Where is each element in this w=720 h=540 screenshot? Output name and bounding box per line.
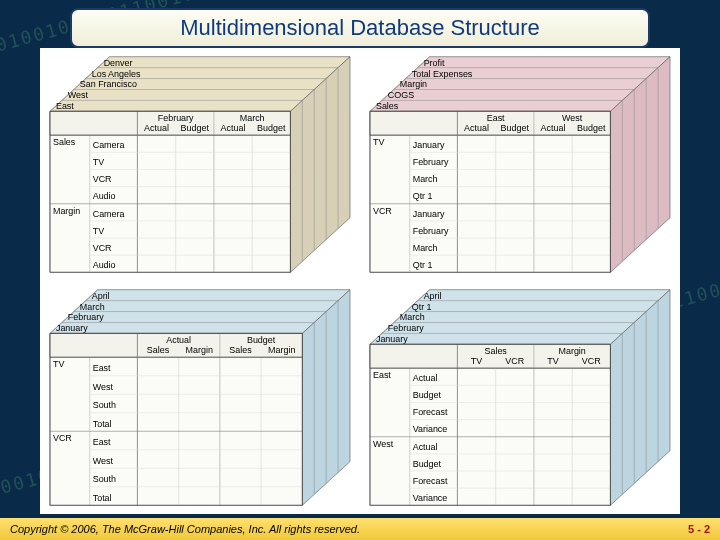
svg-text:East: East — [56, 101, 74, 111]
svg-text:Total: Total — [93, 493, 112, 503]
svg-text:East: East — [373, 370, 391, 380]
svg-text:Actual: Actual — [413, 373, 438, 383]
svg-text:VCR: VCR — [93, 174, 112, 184]
svg-text:February: February — [158, 113, 194, 123]
svg-text:Budget: Budget — [577, 123, 606, 133]
svg-text:TV: TV — [373, 137, 384, 147]
svg-text:Budget: Budget — [413, 459, 442, 469]
svg-text:April: April — [92, 291, 110, 301]
svg-text:Los Angeles: Los Angeles — [92, 69, 141, 79]
svg-text:West: West — [562, 113, 583, 123]
svg-text:January: January — [56, 323, 88, 333]
svg-text:Actual: Actual — [144, 123, 169, 133]
svg-text:Sales: Sales — [147, 345, 170, 355]
svg-text:VCR: VCR — [53, 433, 72, 443]
svg-text:San Francisco: San Francisco — [80, 80, 137, 90]
cube-svg: AprilMarchFebruaryJanuaryActualSalesMarg… — [46, 285, 354, 510]
svg-text:Sales: Sales — [229, 345, 252, 355]
svg-text:March: March — [413, 174, 438, 184]
svg-text:February: February — [413, 226, 449, 236]
svg-text:Total Expenses: Total Expenses — [412, 69, 473, 79]
diagram-canvas: DenverLos AngelesSan FranciscoWestEastFe… — [40, 48, 680, 514]
svg-text:Audio: Audio — [93, 191, 116, 201]
svg-text:Actual: Actual — [413, 442, 438, 452]
svg-text:VCR: VCR — [373, 206, 392, 216]
svg-text:Budget: Budget — [413, 390, 442, 400]
svg-text:Actual: Actual — [464, 123, 489, 133]
svg-text:Margin: Margin — [400, 80, 427, 90]
svg-text:South: South — [93, 400, 116, 410]
svg-text:Variance: Variance — [413, 493, 448, 503]
cube-svg: AprilQtr 1MarchFebruaryJanuarySalesTVVCR… — [366, 285, 674, 510]
copyright-text: Copyright © 2006, The McGraw-Hill Compan… — [10, 523, 360, 535]
svg-text:Margin: Margin — [186, 345, 213, 355]
page-title: Multidimensional Database Structure — [70, 8, 650, 48]
svg-text:January: January — [413, 209, 445, 219]
svg-text:January: January — [376, 334, 408, 344]
svg-text:Margin: Margin — [268, 345, 295, 355]
svg-text:Margin: Margin — [53, 206, 80, 216]
svg-text:Actual: Actual — [166, 335, 191, 345]
cube-bottom-right: AprilQtr 1MarchFebruaryJanuarySalesTVVCR… — [360, 281, 680, 514]
svg-text:Forecast: Forecast — [413, 407, 448, 417]
svg-marker-127 — [50, 333, 302, 505]
svg-text:February: February — [413, 157, 449, 167]
svg-text:Camera: Camera — [93, 209, 125, 219]
svg-text:Actual: Actual — [541, 123, 566, 133]
svg-text:Budget: Budget — [501, 123, 530, 133]
svg-text:Qtr 1: Qtr 1 — [413, 191, 433, 201]
svg-text:TV: TV — [53, 359, 64, 369]
svg-text:Variance: Variance — [413, 424, 448, 434]
svg-text:West: West — [373, 439, 394, 449]
svg-text:TV: TV — [547, 356, 558, 366]
svg-text:VCR: VCR — [582, 356, 601, 366]
svg-text:South: South — [93, 474, 116, 484]
footer-bar: Copyright © 2006, The McGraw-Hill Compan… — [0, 518, 720, 540]
svg-text:VCR: VCR — [93, 243, 112, 253]
svg-text:Budget: Budget — [247, 335, 276, 345]
svg-text:West: West — [93, 382, 114, 392]
svg-text:West: West — [93, 456, 114, 466]
svg-text:TV: TV — [93, 157, 104, 167]
svg-text:February: February — [68, 313, 104, 323]
cube-bottom-left: AprilMarchFebruaryJanuaryActualSalesMarg… — [40, 281, 360, 514]
svg-text:Qtr 1: Qtr 1 — [412, 302, 432, 312]
svg-text:Profit: Profit — [424, 58, 445, 68]
cube-top-left: DenverLos AngelesSan FranciscoWestEastFe… — [40, 48, 360, 281]
svg-text:Budget: Budget — [181, 123, 210, 133]
svg-text:March: March — [80, 302, 105, 312]
svg-text:Sales: Sales — [53, 137, 76, 147]
svg-text:Budget: Budget — [257, 123, 286, 133]
page-number: 5 - 2 — [688, 523, 710, 535]
svg-text:Actual: Actual — [221, 123, 246, 133]
svg-text:Qtr 1: Qtr 1 — [413, 260, 433, 270]
svg-text:January: January — [413, 140, 445, 150]
svg-text:March: March — [400, 313, 425, 323]
cube-top-right: ProfitTotal ExpensesMarginCOGSSalesEastA… — [360, 48, 680, 281]
svg-text:Camera: Camera — [93, 140, 125, 150]
svg-text:Sales: Sales — [484, 346, 507, 356]
svg-text:East: East — [487, 113, 505, 123]
svg-text:East: East — [93, 363, 111, 373]
svg-text:East: East — [93, 437, 111, 447]
svg-text:Audio: Audio — [93, 260, 116, 270]
svg-text:Margin: Margin — [558, 346, 585, 356]
svg-text:Sales: Sales — [376, 101, 399, 111]
svg-text:TV: TV — [471, 356, 482, 366]
svg-text:Forecast: Forecast — [413, 476, 448, 486]
svg-text:February: February — [388, 323, 424, 333]
svg-text:TV: TV — [93, 226, 104, 236]
cube-svg: DenverLos AngelesSan FranciscoWestEastFe… — [46, 52, 354, 277]
svg-text:VCR: VCR — [505, 356, 524, 366]
svg-text:March: March — [413, 243, 438, 253]
svg-text:COGS: COGS — [388, 90, 414, 100]
svg-text:April: April — [424, 291, 442, 301]
svg-text:West: West — [68, 90, 89, 100]
svg-text:Total: Total — [93, 419, 112, 429]
svg-text:Denver: Denver — [104, 58, 133, 68]
svg-text:March: March — [240, 113, 265, 123]
cube-svg: ProfitTotal ExpensesMarginCOGSSalesEastA… — [366, 52, 674, 277]
